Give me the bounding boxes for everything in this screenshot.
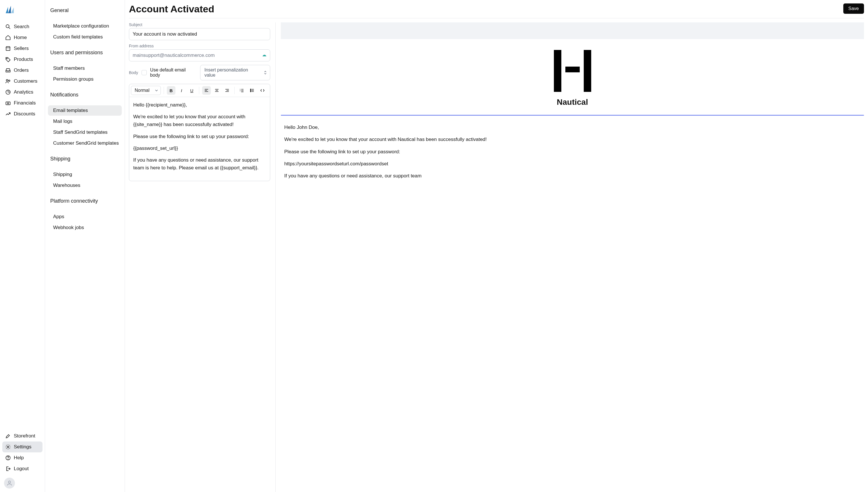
trend-icon — [5, 111, 11, 117]
settings-item-webhook-jobs[interactable]: Webhook jobs — [48, 222, 122, 233]
money-icon — [5, 100, 11, 106]
ordered-list-button[interactable]: 12 — [238, 86, 246, 95]
preview-paragraph: If you have any questions or need assist… — [284, 172, 861, 180]
nav-customers[interactable]: Customers — [2, 76, 43, 87]
use-default-label: Use default email body — [150, 68, 197, 78]
nav-label: Customers — [14, 78, 37, 84]
svg-point-28 — [250, 90, 251, 91]
user-avatar[interactable] — [4, 478, 15, 489]
nav-label: Sellers — [14, 46, 29, 51]
nav-orders[interactable]: Orders — [2, 65, 43, 76]
preview-paragraph: Please use the following link to set up … — [284, 148, 861, 155]
settings-item-shipping[interactable]: Shipping — [48, 169, 122, 180]
nav-label: Storefront — [14, 433, 35, 439]
nav-products[interactable]: Products — [2, 54, 43, 65]
preview-paragraph: Hello John Doe, — [284, 124, 861, 131]
align-left-button[interactable] — [202, 86, 211, 95]
settings-group-label: Platform connectivity — [48, 196, 122, 206]
save-button[interactable]: Save — [843, 3, 864, 14]
nav-search[interactable]: Search — [2, 21, 43, 32]
from-label: From address — [129, 44, 270, 48]
svg-point-2 — [7, 58, 7, 59]
nav-label: Products — [14, 56, 33, 62]
nav-label: Orders — [14, 68, 29, 73]
svg-point-4 — [8, 80, 10, 81]
settings-group-label: Shipping — [48, 154, 122, 164]
nav-home[interactable]: Home — [2, 32, 43, 43]
editor-body[interactable]: Hello {{recipient_name}}, We're excited … — [129, 97, 270, 181]
nav-settings[interactable]: Settings — [2, 441, 43, 452]
rich-text-editor: Normal B I U 12 Hell — [129, 84, 270, 181]
settings-item-staff-members[interactable]: Staff members — [48, 63, 122, 73]
email-preview: Nautical Hello John Doe, We're excited t… — [281, 22, 864, 184]
nav-label: Home — [14, 35, 27, 41]
settings-group-label: Notifications — [48, 90, 122, 100]
password-manager-icon — [262, 52, 267, 58]
editor-paragraph: Hello {{recipient_name}}, — [133, 101, 266, 109]
bold-button[interactable]: B — [167, 86, 175, 95]
settings-item-apps[interactable]: Apps — [48, 212, 122, 222]
home-icon — [5, 35, 11, 41]
settings-group-label: General — [48, 6, 122, 15]
chevron-updown-icon — [264, 71, 267, 75]
nav-label: Search — [14, 24, 29, 29]
settings-item-custom-field-templates[interactable]: Custom field templates — [48, 32, 122, 42]
svg-point-7 — [7, 103, 8, 104]
tag-icon — [5, 56, 11, 62]
nav-sellers[interactable]: Sellers — [2, 43, 43, 54]
nav-analytics[interactable]: Analytics — [2, 87, 43, 98]
align-center-button[interactable] — [213, 86, 221, 95]
use-default-checkbox[interactable] — [142, 70, 147, 75]
settings-group-label: Users and permissions — [48, 48, 122, 57]
brush-icon — [5, 433, 11, 439]
svg-point-11 — [8, 481, 10, 483]
search-icon — [5, 24, 11, 29]
gear-icon — [5, 444, 11, 450]
svg-rect-6 — [6, 102, 10, 105]
format-select-label: Normal — [135, 88, 150, 93]
svg-point-30 — [250, 91, 251, 92]
code-button[interactable] — [258, 86, 267, 95]
settings-item-permission-groups[interactable]: Permission groups — [48, 74, 122, 84]
from-input[interactable] — [129, 49, 270, 62]
page-title: Account Activated — [129, 3, 214, 15]
nav-help[interactable]: Help — [2, 452, 43, 463]
settings-nav: General Marketplace configuration Custom… — [45, 0, 125, 492]
bullet-list-button[interactable] — [248, 86, 257, 95]
svg-text:2: 2 — [240, 90, 241, 92]
app-logo — [4, 5, 16, 16]
editor-toolbar: Normal B I U 12 — [129, 84, 270, 97]
settings-item-warehouses[interactable]: Warehouses — [48, 180, 122, 191]
nav-label: Help — [14, 455, 24, 461]
settings-item-staff-sendgrid[interactable]: Staff SendGrid templates — [48, 127, 122, 138]
nav-logout[interactable]: Logout — [2, 463, 43, 474]
settings-item-email-templates[interactable]: Email templates — [48, 105, 122, 116]
nav-label: Discounts — [14, 111, 35, 117]
svg-point-0 — [6, 25, 9, 28]
nav-label: Logout — [14, 466, 29, 472]
preview-logo — [554, 50, 591, 92]
settings-item-mail-logs[interactable]: Mail logs — [48, 116, 122, 127]
nav-storefront[interactable]: Storefront — [2, 430, 43, 441]
personalization-select[interactable]: Insert personalization value — [200, 65, 270, 80]
settings-item-marketplace-config[interactable]: Marketplace configuration — [48, 21, 122, 31]
svg-point-8 — [7, 446, 9, 448]
help-icon — [5, 455, 11, 461]
editor-paragraph: If you have any questions or need assist… — [133, 156, 266, 172]
preview-paragraph: https://yoursitepasswordseturl.com/passw… — [284, 160, 861, 168]
nav-financials[interactable]: Financials — [2, 98, 43, 108]
nav-label: Settings — [14, 444, 31, 450]
nav-discounts[interactable]: Discounts — [2, 108, 43, 119]
preview-column: Nautical Hello John Doe, We're excited t… — [275, 22, 864, 492]
italic-button[interactable]: I — [177, 86, 186, 95]
format-select[interactable]: Normal — [131, 86, 161, 95]
inbox-icon — [5, 68, 11, 73]
preview-paragraph: We're excited to let you know that your … — [284, 136, 861, 143]
editor-paragraph: Please use the following link to set up … — [133, 132, 266, 140]
body-label: Body — [129, 70, 138, 75]
align-right-button[interactable] — [223, 86, 232, 95]
settings-item-customer-sendgrid[interactable]: Customer SendGrid templates — [48, 138, 122, 148]
underline-button[interactable]: U — [188, 86, 196, 95]
primary-nav: Search Home Sellers Products Orders Cust… — [0, 0, 45, 492]
subject-input[interactable] — [129, 28, 270, 40]
